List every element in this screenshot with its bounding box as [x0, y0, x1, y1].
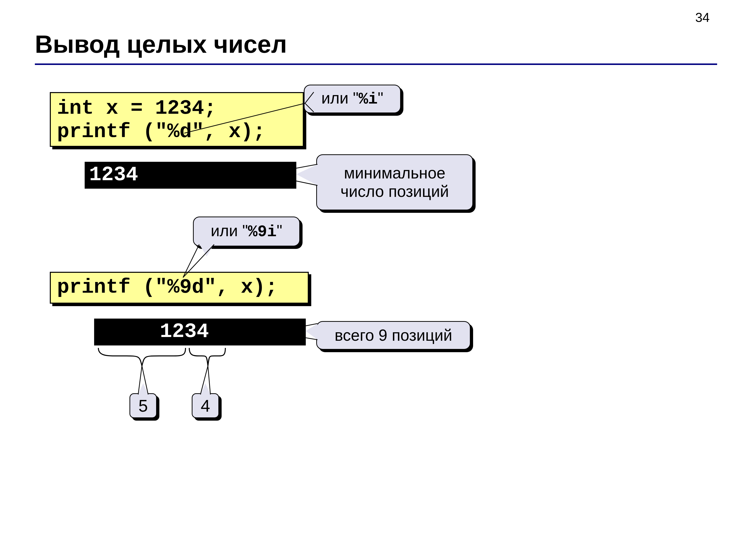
- callout-i-code: %i: [359, 90, 378, 108]
- code-block-2: printf ("%9d", x);: [50, 272, 309, 304]
- code2-text: printf ("%9d", x);: [50, 272, 309, 304]
- code1-line2: printf ("%d", x);: [57, 120, 265, 143]
- svg-marker-5: [201, 383, 210, 395]
- svg-marker-1: [296, 164, 317, 185]
- callout-i-prefix: или ": [321, 89, 359, 107]
- callout-9i-code: %9i: [248, 223, 277, 241]
- page-number: 34: [695, 10, 710, 25]
- brace-label-4: 4: [192, 393, 219, 418]
- output-1: 1234: [85, 162, 296, 189]
- callout-total-9-positions: всего 9 позиций: [316, 321, 471, 350]
- callout-9i-prefix: или ": [211, 222, 248, 240]
- callout-min-line2: число позиций: [340, 182, 449, 201]
- code1-line1: int x = 1234;: [57, 97, 216, 120]
- brace-5-text: 5: [129, 393, 157, 418]
- output-2: 1234: [94, 319, 306, 345]
- callout-min-line1: минимальное: [344, 164, 445, 182]
- page-title: Вывод целых чисел: [35, 30, 287, 58]
- code-block-1: int x = 1234; printf ("%d", x);: [50, 92, 304, 147]
- callout-percent-9i: или "%9i": [193, 216, 300, 246]
- brace-label-5: 5: [129, 393, 157, 418]
- callout-min-positions: минимальное число позиций: [316, 154, 473, 210]
- callout-percent-i: или "%i": [304, 85, 401, 113]
- callout-9i-suffix: ": [277, 222, 282, 240]
- svg-marker-4: [138, 383, 148, 395]
- callout-9pos-text: всего 9 позиций: [316, 321, 471, 350]
- callout-i-suffix: ": [378, 89, 383, 107]
- svg-marker-3: [306, 324, 317, 340]
- title-underline: [35, 63, 717, 65]
- brace-4-text: 4: [192, 393, 219, 418]
